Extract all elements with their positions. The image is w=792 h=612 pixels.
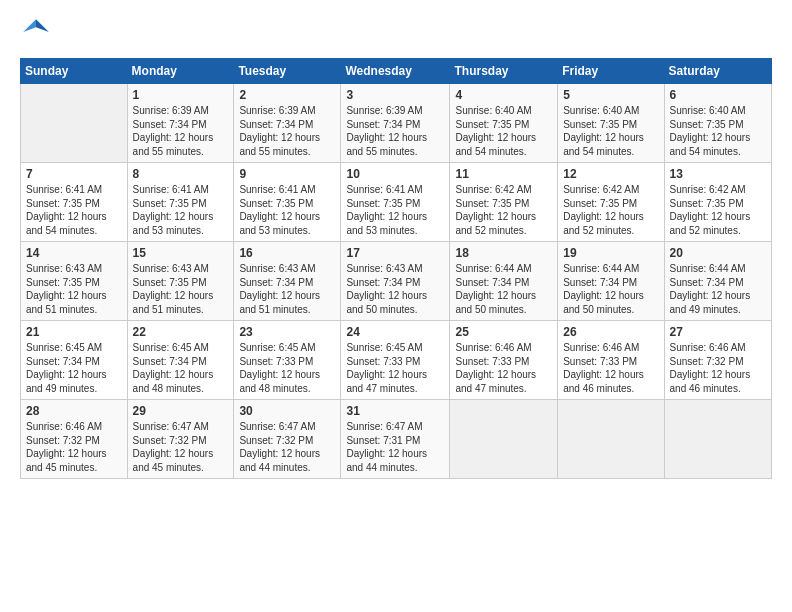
calendar-cell: [450, 400, 558, 479]
day-info: Sunrise: 6:47 AMSunset: 7:32 PMDaylight:…: [239, 420, 335, 474]
calendar-cell: 28Sunrise: 6:46 AMSunset: 7:32 PMDayligh…: [21, 400, 128, 479]
day-info: Sunrise: 6:41 AMSunset: 7:35 PMDaylight:…: [239, 183, 335, 237]
day-number: 24: [346, 325, 444, 339]
day-info: Sunrise: 6:43 AMSunset: 7:35 PMDaylight:…: [26, 262, 122, 316]
day-number: 7: [26, 167, 122, 181]
weekday-header-monday: Monday: [127, 59, 234, 84]
day-info: Sunrise: 6:44 AMSunset: 7:34 PMDaylight:…: [563, 262, 658, 316]
weekday-header-friday: Friday: [558, 59, 664, 84]
weekday-header-sunday: Sunday: [21, 59, 128, 84]
day-info: Sunrise: 6:40 AMSunset: 7:35 PMDaylight:…: [670, 104, 766, 158]
day-number: 28: [26, 404, 122, 418]
day-number: 30: [239, 404, 335, 418]
calendar-cell: 20Sunrise: 6:44 AMSunset: 7:34 PMDayligh…: [664, 242, 771, 321]
calendar-cell: 25Sunrise: 6:46 AMSunset: 7:33 PMDayligh…: [450, 321, 558, 400]
weekday-header-wednesday: Wednesday: [341, 59, 450, 84]
calendar-cell: 10Sunrise: 6:41 AMSunset: 7:35 PMDayligh…: [341, 163, 450, 242]
calendar-cell: 26Sunrise: 6:46 AMSunset: 7:33 PMDayligh…: [558, 321, 664, 400]
calendar-cell: 19Sunrise: 6:44 AMSunset: 7:34 PMDayligh…: [558, 242, 664, 321]
calendar-cell: 18Sunrise: 6:44 AMSunset: 7:34 PMDayligh…: [450, 242, 558, 321]
calendar-week-row: 14Sunrise: 6:43 AMSunset: 7:35 PMDayligh…: [21, 242, 772, 321]
day-number: 12: [563, 167, 658, 181]
calendar-cell: 15Sunrise: 6:43 AMSunset: 7:35 PMDayligh…: [127, 242, 234, 321]
day-info: Sunrise: 6:39 AMSunset: 7:34 PMDaylight:…: [239, 104, 335, 158]
calendar-cell: 29Sunrise: 6:47 AMSunset: 7:32 PMDayligh…: [127, 400, 234, 479]
calendar-cell: 30Sunrise: 6:47 AMSunset: 7:32 PMDayligh…: [234, 400, 341, 479]
weekday-header-thursday: Thursday: [450, 59, 558, 84]
calendar-week-row: 21Sunrise: 6:45 AMSunset: 7:34 PMDayligh…: [21, 321, 772, 400]
calendar-cell: [558, 400, 664, 479]
calendar-cell: [21, 84, 128, 163]
calendar-cell: 12Sunrise: 6:42 AMSunset: 7:35 PMDayligh…: [558, 163, 664, 242]
day-info: Sunrise: 6:42 AMSunset: 7:35 PMDaylight:…: [563, 183, 658, 237]
day-number: 23: [239, 325, 335, 339]
day-number: 11: [455, 167, 552, 181]
day-info: Sunrise: 6:42 AMSunset: 7:35 PMDaylight:…: [455, 183, 552, 237]
day-number: 2: [239, 88, 335, 102]
calendar-cell: 3Sunrise: 6:39 AMSunset: 7:34 PMDaylight…: [341, 84, 450, 163]
weekday-header-saturday: Saturday: [664, 59, 771, 84]
calendar-cell: 7Sunrise: 6:41 AMSunset: 7:35 PMDaylight…: [21, 163, 128, 242]
day-info: Sunrise: 6:47 AMSunset: 7:32 PMDaylight:…: [133, 420, 229, 474]
day-number: 5: [563, 88, 658, 102]
calendar-cell: 24Sunrise: 6:45 AMSunset: 7:33 PMDayligh…: [341, 321, 450, 400]
calendar-week-row: 7Sunrise: 6:41 AMSunset: 7:35 PMDaylight…: [21, 163, 772, 242]
calendar-cell: 6Sunrise: 6:40 AMSunset: 7:35 PMDaylight…: [664, 84, 771, 163]
page: SundayMondayTuesdayWednesdayThursdayFrid…: [0, 0, 792, 612]
calendar-cell: 5Sunrise: 6:40 AMSunset: 7:35 PMDaylight…: [558, 84, 664, 163]
day-info: Sunrise: 6:46 AMSunset: 7:33 PMDaylight:…: [563, 341, 658, 395]
day-info: Sunrise: 6:46 AMSunset: 7:32 PMDaylight:…: [670, 341, 766, 395]
day-info: Sunrise: 6:40 AMSunset: 7:35 PMDaylight:…: [455, 104, 552, 158]
day-number: 16: [239, 246, 335, 260]
day-info: Sunrise: 6:43 AMSunset: 7:34 PMDaylight:…: [346, 262, 444, 316]
day-number: 18: [455, 246, 552, 260]
logo-icon: [20, 16, 52, 48]
calendar: SundayMondayTuesdayWednesdayThursdayFrid…: [20, 58, 772, 479]
calendar-cell: 21Sunrise: 6:45 AMSunset: 7:34 PMDayligh…: [21, 321, 128, 400]
day-number: 20: [670, 246, 766, 260]
day-number: 8: [133, 167, 229, 181]
day-info: Sunrise: 6:41 AMSunset: 7:35 PMDaylight:…: [26, 183, 122, 237]
day-number: 25: [455, 325, 552, 339]
day-number: 21: [26, 325, 122, 339]
day-number: 13: [670, 167, 766, 181]
day-info: Sunrise: 6:39 AMSunset: 7:34 PMDaylight:…: [346, 104, 444, 158]
day-number: 19: [563, 246, 658, 260]
calendar-week-row: 28Sunrise: 6:46 AMSunset: 7:32 PMDayligh…: [21, 400, 772, 479]
day-info: Sunrise: 6:46 AMSunset: 7:33 PMDaylight:…: [455, 341, 552, 395]
day-info: Sunrise: 6:45 AMSunset: 7:34 PMDaylight:…: [133, 341, 229, 395]
day-number: 17: [346, 246, 444, 260]
day-number: 22: [133, 325, 229, 339]
day-number: 1: [133, 88, 229, 102]
day-number: 29: [133, 404, 229, 418]
calendar-cell: 8Sunrise: 6:41 AMSunset: 7:35 PMDaylight…: [127, 163, 234, 242]
calendar-cell: 17Sunrise: 6:43 AMSunset: 7:34 PMDayligh…: [341, 242, 450, 321]
day-number: 14: [26, 246, 122, 260]
calendar-cell: 9Sunrise: 6:41 AMSunset: 7:35 PMDaylight…: [234, 163, 341, 242]
day-info: Sunrise: 6:42 AMSunset: 7:35 PMDaylight:…: [670, 183, 766, 237]
logo: [20, 16, 56, 48]
day-info: Sunrise: 6:45 AMSunset: 7:33 PMDaylight:…: [239, 341, 335, 395]
day-info: Sunrise: 6:44 AMSunset: 7:34 PMDaylight:…: [670, 262, 766, 316]
day-info: Sunrise: 6:47 AMSunset: 7:31 PMDaylight:…: [346, 420, 444, 474]
day-info: Sunrise: 6:40 AMSunset: 7:35 PMDaylight:…: [563, 104, 658, 158]
day-info: Sunrise: 6:41 AMSunset: 7:35 PMDaylight:…: [133, 183, 229, 237]
calendar-cell: [664, 400, 771, 479]
weekday-header-tuesday: Tuesday: [234, 59, 341, 84]
svg-marker-0: [36, 19, 49, 32]
day-number: 31: [346, 404, 444, 418]
day-number: 26: [563, 325, 658, 339]
header: [20, 16, 772, 48]
calendar-cell: 11Sunrise: 6:42 AMSunset: 7:35 PMDayligh…: [450, 163, 558, 242]
calendar-cell: 14Sunrise: 6:43 AMSunset: 7:35 PMDayligh…: [21, 242, 128, 321]
day-number: 10: [346, 167, 444, 181]
calendar-cell: 31Sunrise: 6:47 AMSunset: 7:31 PMDayligh…: [341, 400, 450, 479]
calendar-cell: 22Sunrise: 6:45 AMSunset: 7:34 PMDayligh…: [127, 321, 234, 400]
calendar-header-row: SundayMondayTuesdayWednesdayThursdayFrid…: [21, 59, 772, 84]
day-info: Sunrise: 6:45 AMSunset: 7:34 PMDaylight:…: [26, 341, 122, 395]
day-number: 3: [346, 88, 444, 102]
day-info: Sunrise: 6:41 AMSunset: 7:35 PMDaylight:…: [346, 183, 444, 237]
day-info: Sunrise: 6:45 AMSunset: 7:33 PMDaylight:…: [346, 341, 444, 395]
day-number: 9: [239, 167, 335, 181]
day-number: 6: [670, 88, 766, 102]
